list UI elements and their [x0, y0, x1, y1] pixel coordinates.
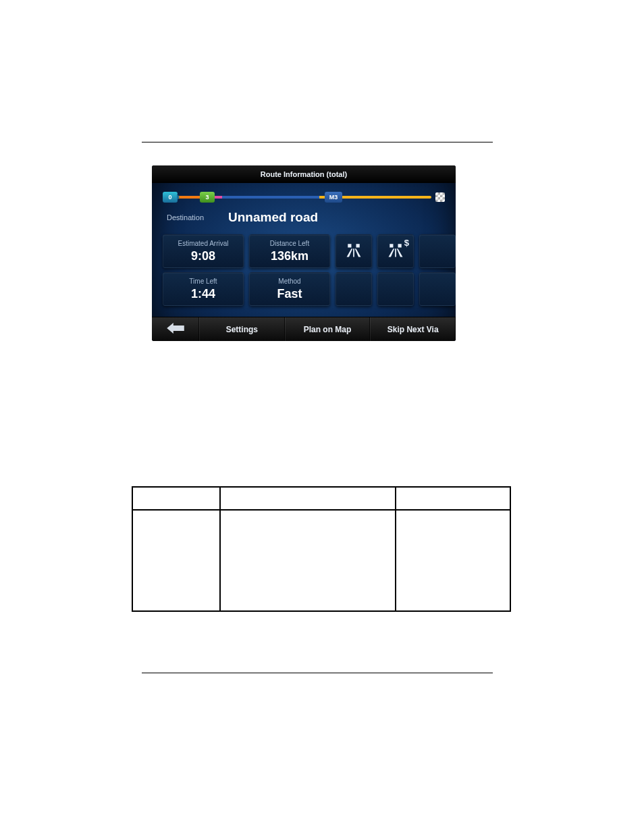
table-cell	[396, 487, 510, 510]
divider-top	[142, 142, 493, 142]
button-label: Settings	[226, 325, 258, 334]
timeline-road-badge-2: M3	[325, 192, 342, 203]
back-button[interactable]	[152, 317, 199, 341]
button-label: Skip Next Via	[387, 325, 439, 334]
table-cell	[220, 510, 396, 611]
destination-value: Unnamed road	[228, 210, 318, 225]
tile-empty-4[interactable]	[419, 272, 456, 306]
tile-label: Time Left	[189, 278, 217, 285]
button-label: Plan on Map	[304, 325, 352, 334]
destination-label: Destination	[167, 213, 204, 221]
table-cell	[396, 510, 510, 611]
tile-label: Method	[278, 278, 300, 285]
timeline-end-flag-icon	[435, 192, 445, 202]
screen-title: Route Information (total)	[152, 165, 456, 183]
tile-label: Estimated Arrival	[178, 240, 228, 247]
tile-empty-3[interactable]	[377, 272, 414, 306]
bottom-toolbar: Settings Plan on Map Skip Next Via	[152, 317, 456, 341]
tile-value: 9:08	[191, 250, 215, 262]
tile-value: 136km	[271, 250, 308, 262]
toll-dollar-icon: $	[404, 238, 409, 248]
table-cell	[220, 487, 396, 510]
tile-value: 1:44	[191, 288, 215, 300]
back-arrow-icon	[167, 323, 184, 336]
tile-label: Distance Left	[270, 240, 309, 247]
tile-empty-1[interactable]	[419, 234, 456, 268]
destination-row: Destination Unnamed road	[152, 207, 456, 234]
info-table	[132, 486, 510, 612]
plan-on-map-button[interactable]: Plan on Map	[285, 317, 371, 341]
gps-route-info-screen: Route Information (total) 0 3 M3 Destina…	[152, 165, 456, 341]
tile-distance-left[interactable]: Distance Left 136km	[249, 234, 330, 268]
timeline-start-badge: 0	[163, 192, 178, 203]
skip-next-via-button[interactable]: Skip Next Via	[370, 317, 456, 341]
table-row	[132, 487, 510, 510]
divider-bottom	[142, 673, 493, 673]
highway-icon	[386, 240, 405, 262]
tile-value: Fast	[277, 288, 302, 300]
tile-toll-road[interactable]: $	[377, 234, 414, 268]
tile-empty-2[interactable]	[336, 272, 372, 306]
tile-time-left[interactable]: Time Left 1:44	[163, 272, 244, 306]
info-grid: Estimated Arrival 9:08 Distance Left 136…	[152, 234, 456, 306]
route-timeline[interactable]: 0 3 M3	[163, 191, 445, 203]
tile-method[interactable]: Method Fast	[249, 272, 330, 306]
table-cell	[132, 510, 220, 611]
table-cell	[132, 487, 220, 510]
tile-estimated-arrival[interactable]: Estimated Arrival 9:08	[163, 234, 244, 268]
settings-button[interactable]: Settings	[199, 317, 285, 341]
highway-icon	[344, 240, 363, 262]
timeline-road-badge-1: 3	[200, 192, 215, 203]
tile-highway[interactable]	[336, 234, 372, 268]
table-row	[132, 510, 510, 611]
